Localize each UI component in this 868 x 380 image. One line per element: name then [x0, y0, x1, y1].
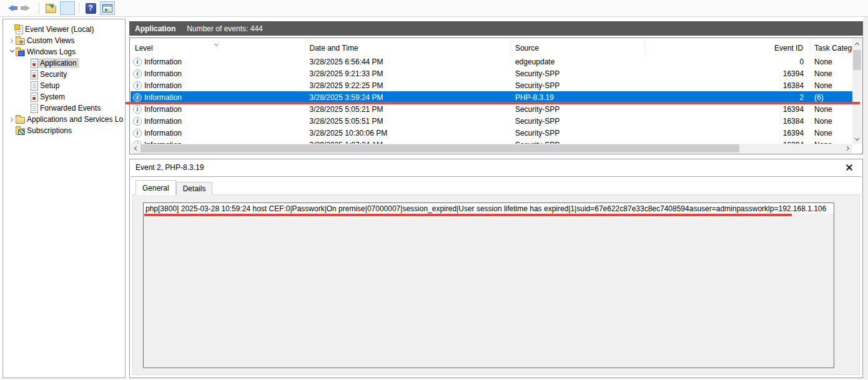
log-icon — [31, 104, 38, 113]
cell-event-id: 16384 — [645, 81, 811, 90]
tree-item-custom-views[interactable]: Custom Views — [3, 35, 125, 46]
cell-event-id: 0 — [645, 58, 811, 66]
tree-item-label: Windows Logs — [25, 47, 78, 57]
cell-level: iInformation — [131, 117, 305, 126]
events-count: Number of events: 444 — [187, 24, 262, 33]
action-pane-icon — [102, 4, 112, 12]
general-tab-page: php[3800] 2025-03-28 10:59:24 host CEF:0… — [132, 194, 860, 375]
event-row[interactable]: iInformation 3/28/2025 5:05:21 PM Securi… — [131, 103, 852, 115]
column-header-level[interactable]: Level — [131, 39, 305, 56]
tree-item-event-viewer[interactable]: Event Viewer (Local) — [3, 24, 125, 35]
log-icon — [31, 81, 38, 91]
tree-item-setup[interactable]: Setup — [3, 80, 125, 91]
tree-item-label: Forwarded Events — [38, 103, 103, 113]
help-icon: ? — [86, 3, 96, 14]
information-icon: i — [133, 129, 142, 138]
cell-source: edgeupdate — [511, 58, 645, 66]
cell-event-id: 16394 — [645, 69, 811, 78]
cell-source: Security-SPP — [511, 81, 645, 90]
event-row[interactable]: iInformation 3/28/2025 9:22:25 PM Securi… — [131, 79, 852, 91]
event-log-icon — [31, 92, 38, 102]
tab-details[interactable]: Details — [176, 182, 213, 195]
cell-level: iInformation — [131, 58, 305, 66]
vertical-scrollbar[interactable] — [852, 39, 862, 144]
chevron-up-icon — [855, 42, 859, 46]
cell-task-category: (6) — [810, 93, 852, 102]
column-header-task-category[interactable]: Task Category — [810, 39, 852, 56]
event-list: Level Date and Time Source Event ID Task… — [129, 38, 863, 154]
tree-item-applications-and-services[interactable]: Applications and Services Lo — [3, 114, 125, 125]
horizontal-scrollbar[interactable] — [131, 144, 852, 153]
cell-level: iInformation — [131, 81, 305, 90]
cell-datetime: 3/28/2025 5:05:51 PM — [305, 117, 511, 126]
event-row[interactable]: iInformation 3/28/2025 9:21:33 PM Securi… — [131, 68, 852, 79]
open-saved-log-button[interactable] — [43, 1, 58, 15]
information-icon: i — [133, 58, 142, 66]
event-viewer-window: ? Event Viewer (Local) Custom Views Wind… — [0, 0, 868, 380]
event-row[interactable]: iInformation 3/29/2025 1:07:34 AM Securi… — [131, 139, 852, 144]
show-action-pane-button[interactable] — [100, 1, 115, 15]
preview-pane: Event 2, PHP-8.3.19 General Details php[… — [129, 159, 863, 378]
cell-level: iInformation — [131, 69, 305, 78]
information-icon: i — [133, 93, 142, 102]
column-header-event-id[interactable]: Event ID — [645, 39, 811, 56]
tree-item-label: Custom Views — [25, 36, 77, 46]
column-header-datetime[interactable]: Date and Time — [305, 39, 511, 56]
tree-item-label: System — [38, 92, 67, 102]
event-row[interactable]: iInformation 3/28/2025 5:05:51 PM Securi… — [131, 115, 852, 127]
chevron-right-icon — [844, 146, 849, 151]
forward-button[interactable] — [20, 1, 35, 15]
cell-level: iInformation — [131, 105, 305, 114]
tree-item-label: Setup — [38, 81, 62, 91]
cell-task-category: None — [810, 69, 852, 78]
log-name: Application — [135, 24, 175, 33]
tree-item-windows-logs[interactable]: Windows Logs — [3, 46, 125, 58]
help-button[interactable]: ? — [83, 1, 98, 15]
scroll-down-button[interactable] — [852, 134, 862, 144]
folder-arrow-icon — [46, 6, 56, 13]
scroll-left-button[interactable] — [131, 144, 140, 153]
expander-icon[interactable] — [8, 50, 16, 54]
scroll-up-button[interactable] — [852, 39, 862, 48]
event-row[interactable]: iInformation 3/28/2025 10:30:06 PM Secur… — [131, 127, 852, 139]
cell-datetime: 3/28/2025 5:05:21 PM — [305, 105, 511, 114]
tree-item-label: Applications and Services Lo — [25, 114, 126, 124]
annotation-underline-message — [144, 214, 792, 216]
show-console-tree-button[interactable] — [60, 1, 75, 15]
tree-item-system[interactable]: System — [3, 91, 125, 102]
event-log-icon — [31, 59, 38, 68]
cell-level: iInformation — [131, 93, 305, 102]
cell-datetime: 3/28/2025 9:22:25 PM — [305, 81, 511, 90]
event-message: php[3800] 2025-03-28 10:59:24 host CEF:0… — [144, 203, 834, 214]
cell-source: Security-SPP — [511, 69, 645, 78]
tree-item-label: Security — [38, 69, 69, 79]
toolbar: ? — [0, 0, 868, 17]
event-row[interactable]: iInformation 3/28/2025 6:56:44 PM edgeup… — [131, 56, 852, 68]
vertical-scroll-thumb[interactable] — [853, 50, 861, 70]
column-header-source[interactable]: Source — [511, 39, 645, 56]
cell-datetime: 3/28/2025 6:56:44 PM — [305, 58, 511, 66]
tree-item-subscriptions[interactable]: Subscriptions — [3, 125, 125, 136]
tree-item-security[interactable]: Security — [3, 69, 125, 80]
cell-event-id: 16394 — [645, 129, 811, 138]
scroll-right-button[interactable] — [843, 144, 852, 153]
tree-item-forwarded-events[interactable]: Forwarded Events — [3, 102, 125, 114]
right-gutter — [863, 17, 868, 380]
horizontal-scroll-thumb[interactable] — [141, 144, 739, 152]
tab-general[interactable]: General — [136, 180, 176, 195]
folder-filter-icon — [16, 38, 25, 45]
cell-datetime: 3/28/2025 10:30:06 PM — [305, 129, 511, 138]
cell-source: Security-SPP — [511, 117, 645, 126]
back-button[interactable] — [3, 1, 18, 15]
expander-icon[interactable] — [8, 39, 16, 42]
expander-icon[interactable] — [8, 118, 16, 121]
details-tabs: General Details — [136, 180, 212, 195]
close-icon[interactable] — [846, 164, 853, 171]
event-description-box[interactable]: php[3800] 2025-03-28 10:59:24 host CEF:0… — [143, 202, 834, 368]
cell-event-id: 16394 — [645, 105, 811, 114]
tree-item-application[interactable]: Application — [3, 58, 125, 69]
back-arrow-icon — [8, 5, 13, 11]
cell-task-category: None — [810, 117, 852, 126]
event-rows: iInformation 3/28/2025 6:56:44 PM edgeup… — [131, 56, 852, 144]
cell-event-id: 16384 — [645, 117, 811, 126]
